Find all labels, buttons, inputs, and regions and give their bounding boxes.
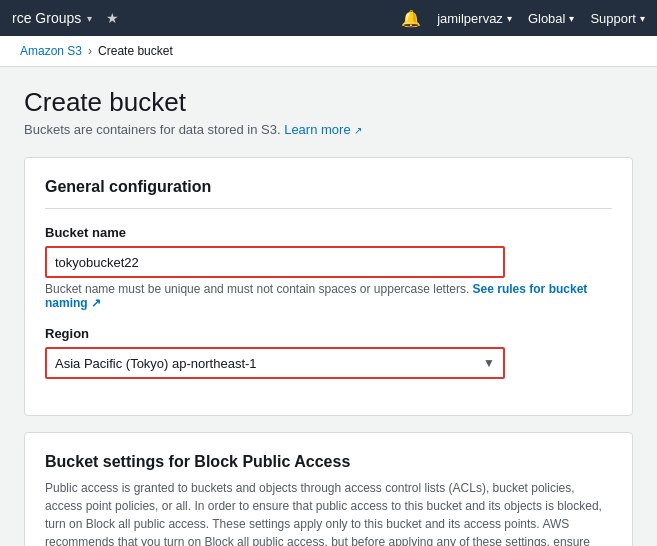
breadcrumb-parent-link[interactable]: Amazon S3 [20, 44, 82, 58]
favorite-star-icon[interactable]: ★ [106, 10, 119, 26]
general-config-title: General configuration [45, 178, 612, 209]
breadcrumb-separator: › [88, 44, 92, 58]
learn-more-label: Learn more [284, 122, 350, 137]
learn-more-link[interactable]: Learn more ↗ [284, 122, 362, 137]
bucket-name-input[interactable] [45, 246, 505, 278]
region-menu[interactable]: Global ▾ [528, 11, 575, 26]
page-content: Create bucket Buckets are containers for… [0, 67, 657, 546]
breadcrumb: Amazon S3 › Create bucket [0, 36, 657, 67]
region-menu-chevron: ▾ [569, 13, 574, 24]
user-menu[interactable]: jamilpervaz ▾ [437, 11, 512, 26]
support-label: Support [590, 11, 636, 26]
nav-right-section: 🔔 jamilpervaz ▾ Global ▾ Support ▾ [401, 9, 645, 28]
page-title: Create bucket [24, 87, 633, 118]
bucket-name-field: Bucket name Bucket name must be unique a… [45, 225, 612, 310]
notification-bell-icon[interactable]: 🔔 [401, 9, 421, 28]
learn-more-external-icon: ↗ [354, 125, 362, 136]
support-menu[interactable]: Support ▾ [590, 11, 645, 26]
nav-service-group[interactable]: rce Groups ▾ ★ [12, 10, 119, 26]
bucket-name-hint: Bucket name must be unique and must not … [45, 282, 612, 310]
region-select[interactable]: Asia Pacific (Tokyo) ap-northeast-1 US E… [45, 347, 505, 379]
service-group-label: rce Groups [12, 10, 81, 26]
top-navigation: rce Groups ▾ ★ 🔔 jamilpervaz ▾ Global ▾ … [0, 0, 657, 36]
bucket-naming-external-icon: ↗ [91, 296, 101, 310]
subtitle-text: Buckets are containers for data stored i… [24, 122, 281, 137]
bucket-name-label: Bucket name [45, 225, 612, 240]
general-config-card: General configuration Bucket name Bucket… [24, 157, 633, 416]
region-select-wrapper: Asia Pacific (Tokyo) ap-northeast-1 US E… [45, 347, 505, 379]
block-public-access-card: Bucket settings for Block Public Access … [24, 432, 633, 546]
service-group-chevron: ▾ [87, 13, 92, 24]
block-access-description: Public access is granted to buckets and … [45, 479, 612, 546]
user-name-label: jamilpervaz [437, 11, 503, 26]
page-subtitle: Buckets are containers for data stored i… [24, 122, 633, 137]
region-label: Global [528, 11, 566, 26]
block-access-desc-text: Public access is granted to buckets and … [45, 481, 612, 546]
breadcrumb-current: Create bucket [98, 44, 173, 58]
bucket-name-hint-text: Bucket name must be unique and must not … [45, 282, 469, 296]
region-label: Region [45, 326, 612, 341]
user-menu-chevron: ▾ [507, 13, 512, 24]
support-menu-chevron: ▾ [640, 13, 645, 24]
block-access-title: Bucket settings for Block Public Access [45, 453, 612, 471]
region-field: Region Asia Pacific (Tokyo) ap-northeast… [45, 326, 612, 379]
